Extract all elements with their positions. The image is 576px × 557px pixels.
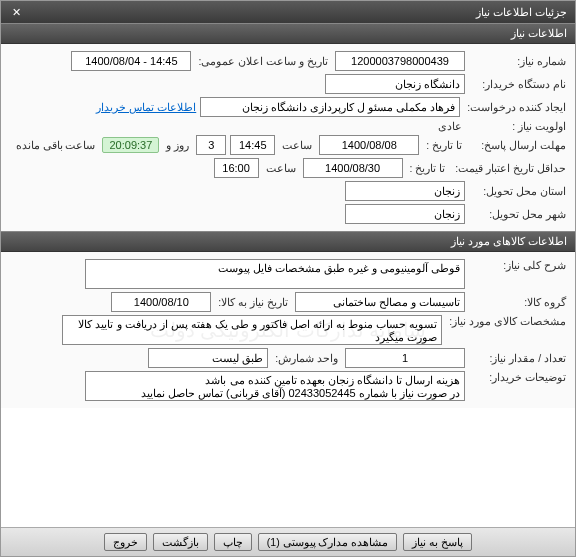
unit-label: واحد شمارش: (272, 352, 341, 364)
spec-textarea[interactable] (62, 315, 442, 345)
time-label-1: ساعت (279, 139, 315, 151)
spec-label: مشخصات کالای مورد نیاز: (446, 315, 569, 327)
row-priority: اولویت نیاز : عادی (7, 120, 569, 132)
row-need-number: شماره نیاز: تاریخ و ساعت اعلان عمومی: (7, 51, 569, 71)
city-input[interactable] (345, 204, 465, 224)
titlebar: جزئیات اطلاعات نیاز ✕ (1, 1, 575, 23)
remaining-label: ساعت باقی مانده (13, 139, 99, 151)
back-button[interactable]: بازگشت (153, 533, 208, 551)
deadline-date-input[interactable] (319, 135, 419, 155)
requester-input[interactable] (200, 97, 460, 117)
to-date-label-2: تا تاریخ : (407, 162, 449, 174)
attachments-button[interactable]: مشاهده مدارک پیوستی (1) (258, 533, 398, 551)
row-group: گروه کالا: تاریخ نیاز به کالا: (7, 292, 569, 312)
requester-label: ایجاد کننده درخواست: (464, 101, 569, 113)
qty-label: تعداد / مقدار نیاز: (469, 352, 569, 364)
respond-button[interactable]: پاسخ به نیاز (403, 533, 472, 551)
group-input[interactable] (295, 292, 465, 312)
need-date-label: تاریخ نیاز به کالا: (215, 296, 291, 308)
need-number-input[interactable] (335, 51, 465, 71)
group-label: گروه کالا: (469, 296, 569, 308)
city-label: شهر محل تحویل: (469, 208, 569, 220)
qty-input[interactable] (345, 348, 465, 368)
window-title: جزئیات اطلاعات نیاز (476, 6, 567, 19)
validity-label: حداقل تاریخ اعتبار قیمت: (452, 162, 569, 174)
row-province: استان محل تحویل: (7, 181, 569, 201)
desc-label: شرح کلی نیاز: (469, 259, 569, 271)
need-number-label: شماره نیاز: (469, 55, 569, 67)
need-date-input[interactable] (111, 292, 211, 312)
row-buyer: نام دستگاه خریدار: (7, 74, 569, 94)
deadline-label: مهلت ارسال پاسخ: (469, 139, 569, 151)
section-header-goods-info: اطلاعات کالاهای مورد نیاز (1, 231, 575, 252)
time-label-2: ساعت (263, 162, 299, 174)
deadline-time-input[interactable] (230, 135, 275, 155)
to-date-label-1: تا تاریخ : (423, 139, 465, 151)
days-label: روز و (163, 139, 192, 151)
section-header-need-info: اطلاعات نیاز (1, 23, 575, 44)
need-info-form: شماره نیاز: تاریخ و ساعت اعلان عمومی: نا… (1, 44, 575, 231)
close-icon[interactable]: ✕ (9, 5, 23, 19)
unit-input[interactable] (148, 348, 268, 368)
province-input[interactable] (345, 181, 465, 201)
buyer-label: نام دستگاه خریدار: (469, 78, 569, 90)
announce-input[interactable] (71, 51, 191, 71)
print-button[interactable]: چاپ (214, 533, 252, 551)
notes-textarea[interactable] (85, 371, 465, 401)
row-validity: حداقل تاریخ اعتبار قیمت: تا تاریخ : ساعت (7, 158, 569, 178)
validity-date-input[interactable] (303, 158, 403, 178)
window: جزئیات اطلاعات نیاز ✕ اطلاعات نیاز شماره… (0, 0, 576, 557)
priority-value: عادی (435, 120, 465, 132)
announce-label: تاریخ و ساعت اعلان عمومی: (195, 55, 331, 67)
goods-info-form: شرح کلی نیاز: گروه کالا: تاریخ نیاز به ک… (1, 252, 575, 408)
validity-time-input[interactable] (214, 158, 259, 178)
buyer-input[interactable] (325, 74, 465, 94)
row-spec: مشخصات کالای مورد نیاز: (7, 315, 569, 345)
notes-label: توضیحات خریدار: (469, 371, 569, 383)
province-label: استان محل تحویل: (469, 185, 569, 197)
row-qty: تعداد / مقدار نیاز: واحد شمارش: (7, 348, 569, 368)
countdown-timer: 20:09:37 (102, 137, 159, 153)
priority-label: اولویت نیاز : (469, 120, 569, 132)
row-deadline: مهلت ارسال پاسخ: تا تاریخ : ساعت روز و 2… (7, 135, 569, 155)
days-input[interactable] (196, 135, 226, 155)
row-requester: ایجاد کننده درخواست: اطلاعات تماس خریدار (7, 97, 569, 117)
desc-textarea[interactable] (85, 259, 465, 289)
footer-toolbar: پاسخ به نیاز مشاهده مدارک پیوستی (1) چاپ… (1, 527, 575, 556)
buyer-contact-link[interactable]: اطلاعات تماس خریدار (96, 101, 196, 113)
row-notes: توضیحات خریدار: (7, 371, 569, 401)
row-city: شهر محل تحویل: (7, 204, 569, 224)
exit-button[interactable]: خروج (104, 533, 147, 551)
row-desc: شرح کلی نیاز: (7, 259, 569, 289)
